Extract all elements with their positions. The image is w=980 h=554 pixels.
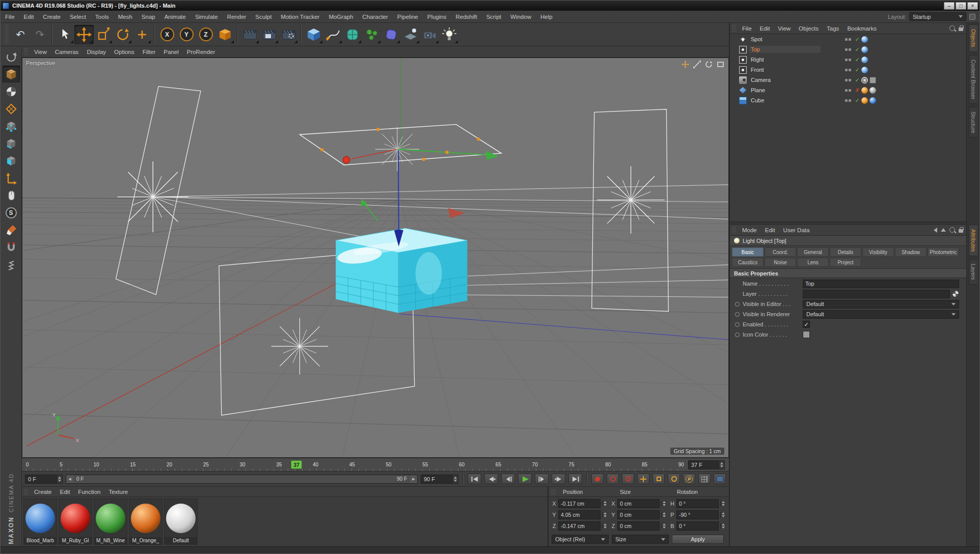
menu-item[interactable]: Snap bbox=[137, 14, 160, 20]
render-picture-viewer-button[interactable] bbox=[260, 25, 279, 44]
menu-item[interactable]: Select bbox=[65, 14, 91, 20]
tag-icon[interactable] bbox=[869, 77, 876, 84]
panel-grip[interactable] bbox=[732, 25, 736, 32]
prev-key-button[interactable] bbox=[484, 474, 498, 484]
menu-item[interactable]: Motion Tracker bbox=[276, 14, 324, 20]
coordinate-input[interactable]: -90 ° bbox=[676, 510, 719, 519]
tag-icon[interactable] bbox=[869, 36, 876, 43]
coordinate-input[interactable]: 0 cm bbox=[617, 510, 660, 519]
panel-grip[interactable] bbox=[24, 48, 28, 55]
record-parameter-button[interactable]: P bbox=[683, 474, 695, 484]
search-icon[interactable] bbox=[949, 25, 955, 31]
menu-item[interactable]: Simulate bbox=[190, 14, 223, 20]
paint-brush-button[interactable] bbox=[3, 221, 20, 238]
object-row[interactable]: Front ✓ bbox=[730, 65, 966, 75]
stepper[interactable] bbox=[452, 475, 458, 483]
search-icon[interactable] bbox=[949, 227, 955, 233]
menu-item[interactable]: MoGraph bbox=[324, 14, 358, 20]
section-header[interactable]: Basic Properties bbox=[730, 269, 966, 278]
tag-icon[interactable] bbox=[869, 97, 876, 104]
lock-z-button[interactable]: Z bbox=[196, 25, 215, 44]
attribute-tab[interactable]: Project bbox=[830, 258, 861, 267]
tag-icon[interactable] bbox=[869, 57, 876, 63]
coordinate-input[interactable]: 0 ° bbox=[676, 521, 719, 531]
coordinate-input[interactable]: 0 cm bbox=[617, 499, 660, 508]
axis-mode-button[interactable] bbox=[3, 170, 20, 186]
undo-button[interactable]: ↶ bbox=[11, 25, 30, 44]
visibility-dots[interactable] bbox=[845, 48, 853, 51]
history-up-icon[interactable] bbox=[941, 228, 946, 232]
range-end-field[interactable]: 90 F bbox=[421, 475, 458, 484]
tag-icon[interactable] bbox=[861, 97, 868, 104]
tag-icon[interactable] bbox=[861, 77, 868, 84]
spring-tool-button[interactable] bbox=[3, 256, 20, 273]
autokeying-button[interactable] bbox=[607, 474, 619, 484]
attribute-tab[interactable]: Details bbox=[830, 247, 861, 257]
stepper[interactable] bbox=[719, 461, 724, 469]
add-environment-button[interactable] bbox=[401, 25, 420, 44]
object-manager-menu-item[interactable]: Objects bbox=[795, 25, 823, 32]
side-tab[interactable]: Layers bbox=[969, 259, 977, 285]
zoom-view-icon[interactable] bbox=[693, 61, 701, 68]
coordinate-input[interactable]: -0.147 cm bbox=[558, 521, 601, 531]
range-start-value[interactable]: 0 F bbox=[25, 475, 57, 483]
cube-object[interactable] bbox=[336, 228, 467, 313]
pin-icon[interactable] bbox=[969, 14, 975, 20]
visible-editor-dropdown[interactable]: Default bbox=[803, 300, 959, 309]
layout-dropdown[interactable]: Startup bbox=[909, 12, 966, 21]
material-preview[interactable] bbox=[25, 504, 55, 533]
object-name[interactable]: Front bbox=[749, 66, 821, 73]
object-name[interactable]: Top bbox=[749, 46, 821, 53]
attribute-tab[interactable]: Visibility bbox=[862, 247, 894, 257]
tag-icon[interactable] bbox=[869, 87, 876, 94]
visibility-dots[interactable] bbox=[845, 69, 853, 71]
attribute-tab[interactable]: General bbox=[797, 247, 829, 257]
object-name[interactable]: Right bbox=[749, 56, 821, 63]
material-item[interactable]: Default bbox=[164, 498, 198, 545]
icon-color-swatch[interactable] bbox=[803, 331, 810, 338]
tag-icon[interactable] bbox=[861, 46, 868, 53]
attribute-menu-item[interactable]: User Data bbox=[779, 227, 814, 233]
timeline-ruler[interactable]: 37 051015202530354045505560657075808590 … bbox=[22, 458, 729, 471]
viewport-menu-item[interactable]: Display bbox=[83, 49, 110, 55]
menu-item[interactable]: Render bbox=[223, 14, 251, 20]
rotate-view-icon[interactable] bbox=[705, 61, 713, 68]
apply-button[interactable]: Apply bbox=[672, 535, 724, 544]
object-manager-menu-item[interactable]: Tags bbox=[823, 25, 843, 32]
minimize-button[interactable]: – bbox=[944, 2, 955, 10]
prev-frame-button[interactable] bbox=[501, 474, 515, 484]
title-bar[interactable]: CINEMA 4D R19.068 Studio (RC - R19) - [f… bbox=[1, 1, 979, 11]
visibility-dots[interactable] bbox=[845, 79, 853, 81]
make-editable-button[interactable] bbox=[3, 48, 20, 65]
viewport-menu-item[interactable]: ProRender bbox=[183, 49, 220, 55]
points-mode-button[interactable] bbox=[3, 118, 20, 134]
next-frame-button[interactable] bbox=[535, 474, 549, 484]
range-start-field[interactable]: 0 F bbox=[25, 475, 63, 484]
enable-mark[interactable]: ✓ bbox=[853, 67, 861, 73]
range-slider[interactable]: ◀ 0 F 90 F ▶ bbox=[66, 475, 418, 484]
attribute-tab[interactable]: Shadow bbox=[895, 247, 927, 257]
lock-icon[interactable] bbox=[959, 27, 963, 31]
range-bar[interactable]: 0 F 90 F bbox=[73, 475, 410, 483]
add-array-button[interactable] bbox=[362, 25, 382, 44]
material-preview[interactable] bbox=[61, 504, 90, 533]
object-manager-menu-item[interactable]: Edit bbox=[756, 25, 774, 32]
timeline-ticks[interactable]: 37 051015202530354045505560657075808590 bbox=[26, 458, 684, 471]
tag-icon[interactable] bbox=[861, 87, 868, 94]
viewport-menu-item[interactable]: Options bbox=[110, 49, 139, 55]
object-manager-menu-item[interactable]: View bbox=[774, 25, 795, 32]
lock-y-button[interactable]: Y bbox=[177, 25, 196, 44]
stepper[interactable] bbox=[661, 501, 667, 506]
scene-canvas[interactable]: Y X bbox=[22, 58, 728, 457]
close-button[interactable]: × bbox=[967, 2, 978, 10]
edges-mode-button[interactable] bbox=[3, 135, 20, 152]
current-frame-value[interactable]: 37 F bbox=[689, 461, 719, 469]
add-light-button[interactable] bbox=[440, 25, 459, 44]
visibility-dots[interactable] bbox=[845, 38, 853, 41]
attribute-tab[interactable]: Caustics bbox=[732, 258, 764, 267]
visible-renderer-dropdown[interactable]: Default bbox=[803, 310, 959, 319]
menu-item[interactable]: Mesh bbox=[114, 14, 137, 20]
layer-input[interactable] bbox=[803, 290, 950, 298]
menu-item[interactable]: Sculpt bbox=[251, 14, 276, 20]
tag-icon[interactable] bbox=[861, 36, 868, 43]
